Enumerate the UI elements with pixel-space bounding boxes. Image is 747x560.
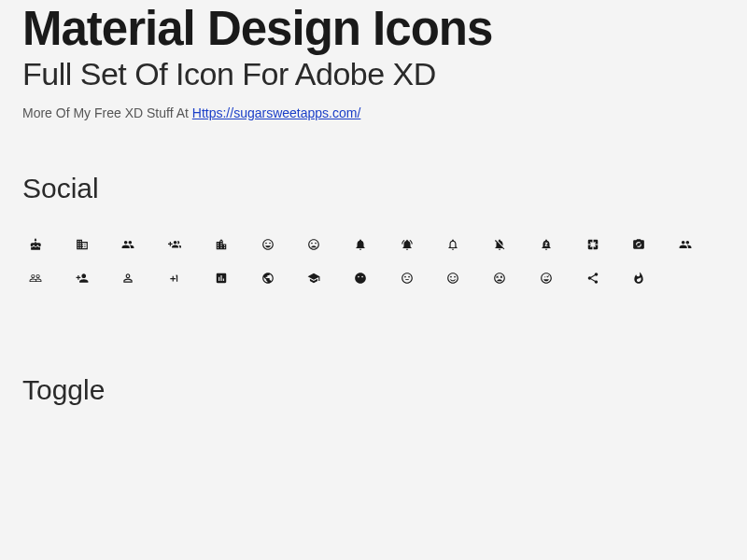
- notifications-active-icon: [400, 238, 415, 251]
- notifications-icon: [353, 238, 368, 251]
- page-title: Material Design Icons: [22, 4, 725, 54]
- svg-point-2: [455, 275, 457, 277]
- sentiment-very-satisfied-icon: [539, 272, 554, 285]
- group-add-icon: [167, 238, 182, 251]
- mood-icon: [261, 238, 275, 251]
- people-icon: [678, 238, 693, 251]
- icon-grid-social: [22, 238, 725, 285]
- notifications-paused-icon: [539, 238, 554, 251]
- party-mode-icon: [632, 238, 647, 251]
- cake-icon: [28, 238, 43, 251]
- school-icon: [306, 272, 321, 285]
- mood-bad-icon: [306, 238, 321, 251]
- svg-point-0: [408, 275, 410, 277]
- poll-icon: [214, 272, 229, 285]
- group-icon: [120, 238, 135, 251]
- pages-icon: [585, 238, 600, 251]
- location-city-icon: [214, 238, 229, 251]
- svg-point-3: [451, 275, 453, 277]
- sentiment-dissatisfied-icon: [353, 272, 368, 285]
- section-title-toggle: Toggle: [22, 374, 725, 406]
- sentiment-satisfied-icon: [446, 272, 461, 285]
- public-icon: [261, 272, 275, 285]
- page-subtitle: Full Set Of Icon For Adobe XD: [22, 56, 725, 92]
- person-outline-icon: [120, 272, 135, 285]
- credit-link[interactable]: Https://sugarsweetapps.com/: [192, 105, 361, 120]
- svg-point-1: [404, 275, 406, 277]
- credit-prefix: More Of My Free XD Stuff At: [22, 105, 192, 120]
- person-add-icon: [75, 272, 90, 285]
- section-title-social: Social: [22, 173, 725, 204]
- notifications-none-icon: [446, 238, 461, 251]
- notifications-off-icon: [492, 238, 507, 251]
- share-icon: [585, 272, 600, 285]
- plus-one-icon: [167, 272, 182, 285]
- people-outline-icon: [28, 272, 43, 285]
- whatshot-icon: [632, 272, 647, 285]
- credit-line: More Of My Free XD Stuff At Https://suga…: [22, 105, 725, 120]
- sentiment-very-dissatisfied-icon: [492, 272, 507, 285]
- sentiment-neutral-icon: [400, 272, 415, 285]
- domain-icon: [75, 238, 90, 251]
